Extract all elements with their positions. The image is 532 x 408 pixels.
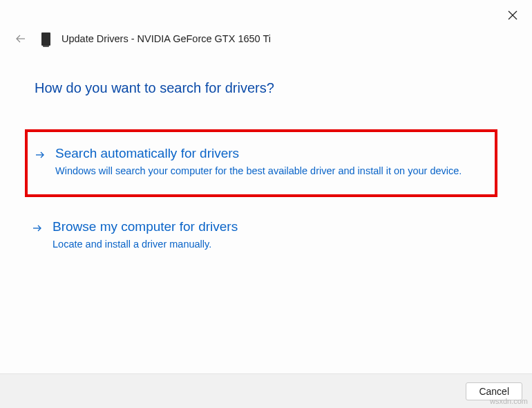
close-icon	[508, 10, 517, 20]
dialog-title: Update Drivers - NVIDIA GeForce GTX 1650…	[61, 33, 271, 44]
arrow-right-icon	[32, 223, 43, 233]
option-body: Browse my computer for drivers Locate an…	[53, 219, 486, 251]
watermark: wsxdn.com	[490, 397, 528, 405]
device-icon	[41, 33, 50, 46]
page-heading: How do you want to search for drivers?	[35, 80, 497, 96]
option-description: Windows will search your computer for th…	[55, 164, 484, 178]
option-description: Locate and install a driver manually.	[53, 237, 486, 251]
arrow-right-icon	[35, 150, 46, 160]
option-browse-computer[interactable]: Browse my computer for drivers Locate an…	[25, 216, 497, 261]
dialog-header: Update Drivers - NVIDIA GeForce GTX 1650…	[0, 0, 532, 46]
back-button[interactable]	[14, 32, 28, 46]
option-title: Browse my computer for drivers	[53, 219, 486, 234]
option-body: Search automatically for drivers Windows…	[55, 146, 484, 178]
option-search-automatically[interactable]: Search automatically for drivers Windows…	[25, 129, 497, 197]
close-button[interactable]	[506, 8, 520, 22]
update-drivers-dialog: Update Drivers - NVIDIA GeForce GTX 1650…	[0, 0, 532, 408]
dialog-content: How do you want to search for drivers? S…	[0, 46, 532, 373]
dialog-footer: Cancel	[0, 373, 532, 408]
option-title: Search automatically for drivers	[55, 146, 484, 161]
back-arrow-icon	[15, 33, 26, 44]
